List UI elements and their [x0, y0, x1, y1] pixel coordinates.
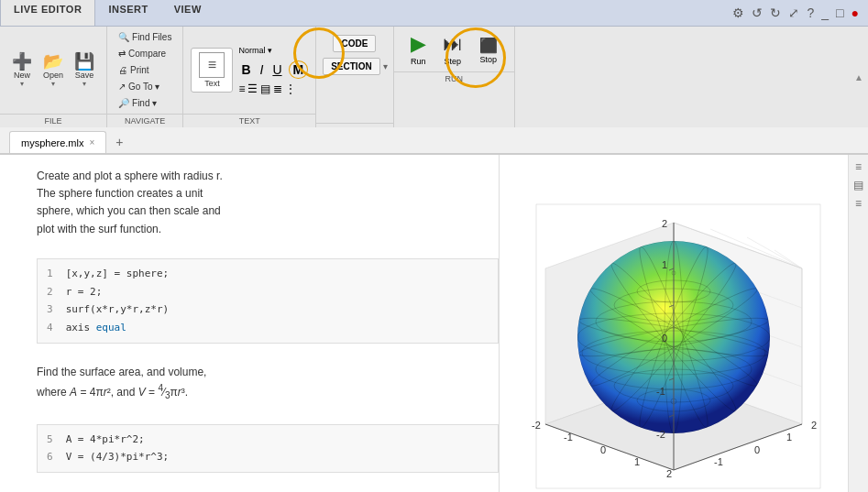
code-line-3: surf(x*r,y*r,z*r)	[66, 301, 170, 319]
code-lines-1: [x,y,z] = sphere; r = 2; surf(x*r,y*r,z*…	[66, 265, 170, 337]
intro-line-1: Create and plot a sphere with radius r.	[37, 168, 480, 185]
line-numbers-1: 1 2 3 4	[47, 265, 66, 337]
x-axis-1: 1	[786, 432, 792, 443]
italic-button[interactable]: I	[258, 61, 267, 78]
goto-button[interactable]: ↗ Go To ▾	[115, 80, 163, 93]
navigate-section-label: NAVIGATE	[107, 114, 182, 127]
sidebar-icon-1[interactable]: ≡	[853, 159, 863, 175]
open-dropdown-arrow[interactable]: ▾	[51, 80, 55, 88]
list-btn-4[interactable]: ≣	[273, 82, 282, 95]
print-icon: 🖨	[118, 65, 127, 75]
toolbar-icon-3[interactable]: ↻	[768, 4, 783, 22]
toolbar-collapse[interactable]: ▲	[850, 27, 868, 127]
run-buttons: ▶ Run ⏭ Step ⬛ Stop	[394, 27, 514, 71]
z-axis-1: 1	[662, 259, 667, 270]
code-line-2: r = 2;	[66, 283, 170, 301]
print-button[interactable]: 🖨 Print	[115, 63, 153, 77]
x-axis-2: 2	[811, 420, 817, 431]
sidebar-icon-2[interactable]: ▤	[852, 177, 865, 193]
main-content: Create and plot a sphere with radius r. …	[0, 155, 868, 492]
open-button[interactable]: 📂 Open ▾	[38, 50, 68, 91]
tab-spacer	[214, 0, 724, 26]
sidebar-icon-3[interactable]: ≡	[853, 195, 863, 212]
list-btn-5[interactable]: ⋮	[285, 82, 296, 95]
right-sidebar: ≡ ▤ ≡	[848, 155, 868, 492]
line-num-5: 5	[47, 431, 53, 449]
step-button[interactable]: ⏭ Step	[437, 30, 468, 68]
window-controls: ⚙ ↺ ↻ ⤢ ? _ □ ●	[723, 0, 868, 26]
intro-line-2: The sphere function creates a unit	[37, 185, 480, 202]
find-files-button[interactable]: 🔍 Find Files	[115, 30, 175, 44]
file-section-label: FILE	[0, 114, 106, 127]
mono-button[interactable]: M	[289, 60, 309, 79]
toolbar-icon-4[interactable]: ⤢	[786, 4, 801, 22]
section-button[interactable]: SECTION	[323, 58, 379, 75]
help-icon[interactable]: ?	[805, 4, 816, 22]
y-axis-neg2: -2	[532, 420, 541, 431]
open-icon: 📂	[43, 53, 63, 70]
tab-live-editor[interactable]: LIVE EDITOR	[0, 0, 95, 26]
text-buttons: ≡ Text Normal ▾ B I U M ≡ ☰	[183, 27, 315, 114]
formula-line-2: where A = 4πr², and V = 4⁄3πr³.	[37, 381, 480, 403]
new-dropdown-arrow[interactable]: ▾	[20, 80, 24, 88]
close-icon[interactable]: ●	[850, 4, 861, 22]
compare-button[interactable]: ⇄ Compare	[115, 47, 170, 60]
new-icon: ➕	[12, 53, 32, 70]
toolbar-icon-1[interactable]: ⚙	[731, 4, 746, 22]
normal-dropdown[interactable]: Normal ▾	[238, 46, 272, 55]
save-icon: 💾	[74, 53, 94, 70]
file-tab-bar: mysphere.mlx × +	[0, 127, 868, 155]
list-btn-2[interactable]: ☰	[247, 82, 258, 95]
section-dropdown[interactable]: ▾	[383, 61, 388, 71]
code-line-1: [x,y,z] = sphere;	[66, 265, 170, 283]
file-tab-name: mysphere.mlx	[21, 137, 83, 148]
code-section: CODE SECTION ▾	[316, 27, 393, 127]
menu-tab-bar: LIVE EDITOR INSERT VIEW ⚙ ↺ ↻ ⤢ ? _ □ ●	[0, 0, 868, 27]
find-button[interactable]: 🔎 Find ▾	[115, 96, 160, 110]
find-icon: 🔎	[118, 98, 129, 108]
sphere-plot: 2 1 0 -1 -2 2 1 0 -1 -2 -1 0 1 2	[518, 195, 830, 493]
file-tab-mysphere[interactable]: mysphere.mlx ×	[9, 131, 106, 153]
list-btn-3[interactable]: ▤	[260, 82, 270, 95]
code-line-5: A = 4*pi*r^2;	[66, 431, 170, 449]
line-num-4: 4	[47, 319, 53, 337]
run-button[interactable]: ▶ Run	[405, 30, 432, 68]
file-tab-close[interactable]: ×	[89, 137, 94, 148]
text-button[interactable]: ≡ Text	[191, 48, 233, 93]
code-block-1[interactable]: 1 2 3 4 [x,y,z] = sphere; r = 2; surf(x*…	[37, 258, 499, 344]
find-files-icon: 🔍	[118, 32, 129, 42]
line-num-3: 3	[47, 301, 53, 319]
app-window: LIVE EDITOR INSERT VIEW ⚙ ↺ ↻ ⤢ ? _ □ ● …	[0, 0, 868, 492]
save-dropdown-arrow[interactable]: ▾	[82, 80, 86, 88]
code-buttons: CODE SECTION ▾	[316, 27, 392, 123]
code-lines-2: A = 4*pi*r^2; V = (4/3)*pi*r^3;	[66, 431, 170, 467]
stop-button[interactable]: ⬛ Stop	[474, 33, 503, 66]
x-axis-0: 0	[754, 444, 760, 455]
add-tab-button[interactable]: +	[108, 131, 130, 153]
line-numbers-2: 5 6	[47, 431, 66, 467]
editor-area[interactable]: Create and plot a sphere with radius r. …	[0, 155, 500, 492]
x-axis-neg1: -1	[714, 456, 723, 467]
code-button[interactable]: CODE	[333, 35, 376, 52]
save-button[interactable]: 💾 Save ▾	[70, 50, 99, 91]
navigate-buttons: 🔍 Find Files ⇄ Compare 🖨 Print ↗ Go To ▾…	[107, 27, 182, 114]
run-section-label: RUN	[394, 71, 514, 85]
bold-button[interactable]: B	[238, 61, 253, 78]
tab-insert[interactable]: INSERT	[95, 0, 160, 26]
file-buttons: ➕ New ▾ 📂 Open ▾ 💾 Save ▾	[0, 27, 106, 114]
y-axis-2: 2	[666, 468, 672, 479]
stop-icon: ⬛	[479, 37, 498, 54]
code-block-2[interactable]: 5 6 A = 4*pi*r^2; V = (4/3)*pi*r^3;	[37, 424, 499, 474]
list-btn-1[interactable]: ≡	[238, 82, 245, 95]
maximize-icon[interactable]: □	[834, 4, 845, 22]
formula-text: Find the surface area, and volume, where…	[0, 351, 499, 417]
new-button[interactable]: ➕ New ▾	[7, 50, 37, 91]
navigate-section: 🔍 Find Files ⇄ Compare 🖨 Print ↗ Go To ▾…	[107, 27, 183, 127]
y-axis-neg1: -1	[564, 432, 573, 443]
toolbar-icon-2[interactable]: ↺	[750, 4, 764, 22]
goto-icon: ↗	[118, 82, 126, 92]
minimize-icon[interactable]: _	[819, 4, 830, 22]
underline-button[interactable]: U	[269, 61, 284, 78]
tab-view[interactable]: VIEW	[161, 0, 214, 26]
file-section: ➕ New ▾ 📂 Open ▾ 💾 Save ▾ FILE	[0, 27, 107, 127]
